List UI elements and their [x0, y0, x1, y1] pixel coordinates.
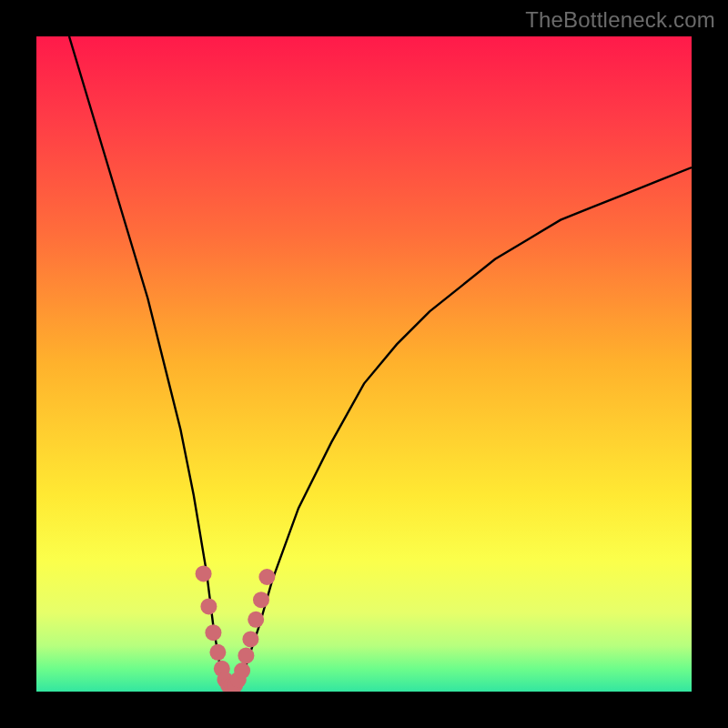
plot-area [36, 36, 692, 692]
chart-frame: TheBottleneck.com [0, 0, 728, 728]
valley-marker [209, 644, 226, 661]
valley-marker [242, 631, 258, 647]
valley-marker [196, 565, 212, 581]
valley-marker [258, 569, 275, 585]
curve-layer [36, 36, 692, 692]
valley-marker [238, 647, 254, 663]
valley-marker [253, 592, 269, 608]
attribution-text: TheBottleneck.com [525, 7, 715, 33]
valley-marker [205, 624, 221, 641]
valley-marker [248, 612, 264, 628]
valley-marker [200, 598, 217, 614]
bottleneck-curve [69, 36, 692, 692]
valley-marker [234, 662, 250, 679]
